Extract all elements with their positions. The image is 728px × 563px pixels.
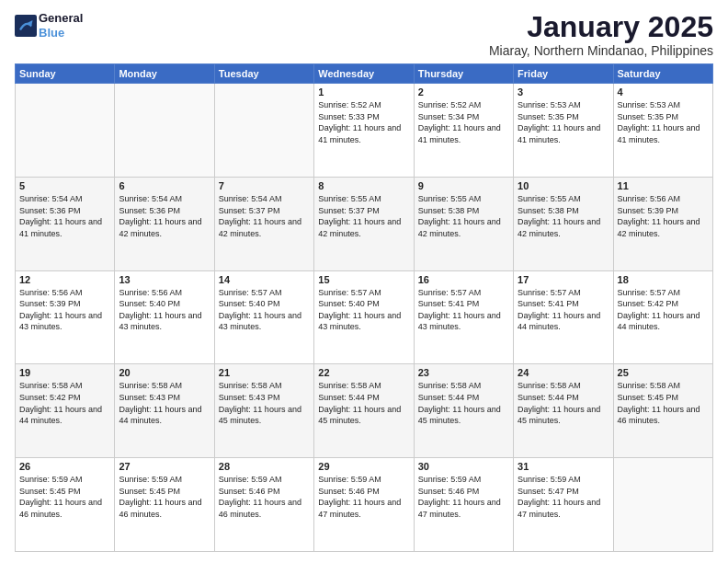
cell-details: Sunrise: 5:56 AMSunset: 5:39 PMDaylight:…: [19, 287, 110, 333]
cell-details: Sunrise: 5:58 AMSunset: 5:44 PMDaylight:…: [518, 380, 609, 426]
cell-details: Sunrise: 5:58 AMSunset: 5:45 PMDaylight:…: [618, 380, 709, 426]
table-row: 8 Sunrise: 5:55 AMSunset: 5:37 PMDayligh…: [314, 177, 414, 270]
month-title: January 2025: [489, 11, 713, 43]
cell-details: Sunrise: 5:57 AMSunset: 5:40 PMDaylight:…: [318, 287, 409, 333]
cell-details: Sunrise: 5:58 AMSunset: 5:44 PMDaylight:…: [418, 380, 509, 426]
title-block: January 2025 Miaray, Northern Mindanao, …: [489, 11, 713, 58]
day-number: 17: [518, 274, 609, 285]
page: General Blue January 2025 Miaray, Northe…: [0, 0, 728, 563]
logo-line2: Blue: [39, 26, 64, 40]
day-number: 28: [219, 461, 310, 472]
cell-details: Sunrise: 5:59 AMSunset: 5:47 PMDaylight:…: [518, 474, 609, 520]
cell-details: Sunrise: 5:54 AMSunset: 5:37 PMDaylight:…: [219, 193, 310, 239]
cell-details: Sunrise: 5:58 AMSunset: 5:43 PMDaylight:…: [219, 380, 310, 426]
day-number: 14: [219, 274, 310, 285]
table-row: 1 Sunrise: 5:52 AMSunset: 5:33 PMDayligh…: [314, 84, 414, 178]
table-row: 11 Sunrise: 5:56 AMSunset: 5:39 PMDaylig…: [613, 177, 712, 270]
table-row: 27 Sunrise: 5:59 AMSunset: 5:45 PMDaylig…: [115, 458, 214, 552]
table-row: 16 Sunrise: 5:57 AMSunset: 5:41 PMDaylig…: [414, 270, 513, 364]
cell-details: Sunrise: 5:58 AMSunset: 5:42 PMDaylight:…: [19, 380, 110, 426]
cell-details: Sunrise: 5:55 AMSunset: 5:38 PMDaylight:…: [418, 193, 509, 239]
table-row: 29 Sunrise: 5:59 AMSunset: 5:46 PMDaylig…: [314, 458, 414, 552]
table-row: 2 Sunrise: 5:52 AMSunset: 5:34 PMDayligh…: [414, 84, 513, 178]
table-row: 15 Sunrise: 5:57 AMSunset: 5:40 PMDaylig…: [314, 270, 414, 364]
table-row: 17 Sunrise: 5:57 AMSunset: 5:41 PMDaylig…: [514, 270, 613, 364]
svg-rect-0: [15, 15, 37, 37]
day-number: 9: [418, 180, 509, 191]
calendar-header-row: Sunday Monday Tuesday Wednesday Thursday…: [16, 64, 713, 84]
day-number: 23: [418, 367, 509, 378]
cell-details: Sunrise: 5:53 AMSunset: 5:35 PMDaylight:…: [618, 99, 709, 145]
cell-details: Sunrise: 5:52 AMSunset: 5:34 PMDaylight:…: [418, 99, 509, 145]
table-row: 31 Sunrise: 5:59 AMSunset: 5:47 PMDaylig…: [514, 458, 613, 552]
calendar-week-row: 26 Sunrise: 5:59 AMSunset: 5:45 PMDaylig…: [16, 458, 713, 552]
logo: General Blue: [15, 11, 83, 40]
cell-details: Sunrise: 5:59 AMSunset: 5:45 PMDaylight:…: [119, 474, 210, 520]
col-wednesday: Wednesday: [314, 64, 414, 84]
cell-details: Sunrise: 5:52 AMSunset: 5:33 PMDaylight:…: [318, 99, 409, 145]
col-monday: Monday: [115, 64, 214, 84]
table-row: 13 Sunrise: 5:56 AMSunset: 5:40 PMDaylig…: [115, 270, 214, 364]
day-number: 29: [318, 461, 409, 472]
cell-details: Sunrise: 5:54 AMSunset: 5:36 PMDaylight:…: [119, 193, 210, 239]
day-number: 20: [119, 367, 210, 378]
table-row: [214, 84, 313, 178]
cell-details: Sunrise: 5:57 AMSunset: 5:42 PMDaylight:…: [618, 287, 709, 333]
day-number: 22: [318, 367, 409, 378]
logo-line1: General: [39, 11, 83, 26]
day-number: 24: [518, 367, 609, 378]
day-number: 25: [618, 367, 709, 378]
table-row: 10 Sunrise: 5:55 AMSunset: 5:38 PMDaylig…: [514, 177, 613, 270]
cell-details: Sunrise: 5:57 AMSunset: 5:41 PMDaylight:…: [418, 287, 509, 333]
table-row: 7 Sunrise: 5:54 AMSunset: 5:37 PMDayligh…: [214, 177, 313, 270]
day-number: 7: [219, 180, 310, 191]
calendar-table: Sunday Monday Tuesday Wednesday Thursday…: [15, 63, 713, 552]
col-sunday: Sunday: [16, 64, 115, 84]
calendar-week-row: 12 Sunrise: 5:56 AMSunset: 5:39 PMDaylig…: [16, 270, 713, 364]
day-number: 21: [219, 367, 310, 378]
table-row: [613, 458, 712, 552]
cell-details: Sunrise: 5:59 AMSunset: 5:45 PMDaylight:…: [19, 474, 110, 520]
table-row: 6 Sunrise: 5:54 AMSunset: 5:36 PMDayligh…: [115, 177, 214, 270]
table-row: 25 Sunrise: 5:58 AMSunset: 5:45 PMDaylig…: [613, 364, 712, 458]
day-number: 13: [119, 274, 210, 285]
cell-details: Sunrise: 5:57 AMSunset: 5:40 PMDaylight:…: [219, 287, 310, 333]
day-number: 5: [19, 180, 110, 191]
logo-icon: [15, 15, 37, 37]
table-row: 3 Sunrise: 5:53 AMSunset: 5:35 PMDayligh…: [514, 84, 613, 178]
table-row: 21 Sunrise: 5:58 AMSunset: 5:43 PMDaylig…: [214, 364, 313, 458]
day-number: 12: [19, 274, 110, 285]
col-tuesday: Tuesday: [214, 64, 313, 84]
col-saturday: Saturday: [613, 64, 712, 84]
day-number: 6: [119, 180, 210, 191]
table-row: [115, 84, 214, 178]
day-number: 30: [418, 461, 509, 472]
cell-details: Sunrise: 5:58 AMSunset: 5:44 PMDaylight:…: [318, 380, 409, 426]
calendar-week-row: 19 Sunrise: 5:58 AMSunset: 5:42 PMDaylig…: [16, 364, 713, 458]
table-row: 26 Sunrise: 5:59 AMSunset: 5:45 PMDaylig…: [16, 458, 115, 552]
table-row: 4 Sunrise: 5:53 AMSunset: 5:35 PMDayligh…: [613, 84, 712, 178]
cell-details: Sunrise: 5:56 AMSunset: 5:39 PMDaylight:…: [618, 193, 709, 239]
table-row: 14 Sunrise: 5:57 AMSunset: 5:40 PMDaylig…: [214, 270, 313, 364]
table-row: 19 Sunrise: 5:58 AMSunset: 5:42 PMDaylig…: [16, 364, 115, 458]
header: General Blue January 2025 Miaray, Northe…: [15, 11, 713, 58]
table-row: 5 Sunrise: 5:54 AMSunset: 5:36 PMDayligh…: [16, 177, 115, 270]
day-number: 8: [318, 180, 409, 191]
calendar-week-row: 5 Sunrise: 5:54 AMSunset: 5:36 PMDayligh…: [16, 177, 713, 270]
calendar-week-row: 1 Sunrise: 5:52 AMSunset: 5:33 PMDayligh…: [16, 84, 713, 178]
day-number: 3: [518, 86, 609, 98]
day-number: 11: [618, 180, 709, 191]
cell-details: Sunrise: 5:59 AMSunset: 5:46 PMDaylight:…: [219, 474, 310, 520]
table-row: 18 Sunrise: 5:57 AMSunset: 5:42 PMDaylig…: [613, 270, 712, 364]
table-row: 20 Sunrise: 5:58 AMSunset: 5:43 PMDaylig…: [115, 364, 214, 458]
col-friday: Friday: [514, 64, 613, 84]
logo-text: General Blue: [39, 11, 83, 40]
cell-details: Sunrise: 5:54 AMSunset: 5:36 PMDaylight:…: [19, 193, 110, 239]
col-thursday: Thursday: [414, 64, 513, 84]
day-number: 15: [318, 274, 409, 285]
table-row: 9 Sunrise: 5:55 AMSunset: 5:38 PMDayligh…: [414, 177, 513, 270]
day-number: 31: [518, 461, 609, 472]
day-number: 18: [618, 274, 709, 285]
cell-details: Sunrise: 5:58 AMSunset: 5:43 PMDaylight:…: [119, 380, 210, 426]
table-row: 24 Sunrise: 5:58 AMSunset: 5:44 PMDaylig…: [514, 364, 613, 458]
